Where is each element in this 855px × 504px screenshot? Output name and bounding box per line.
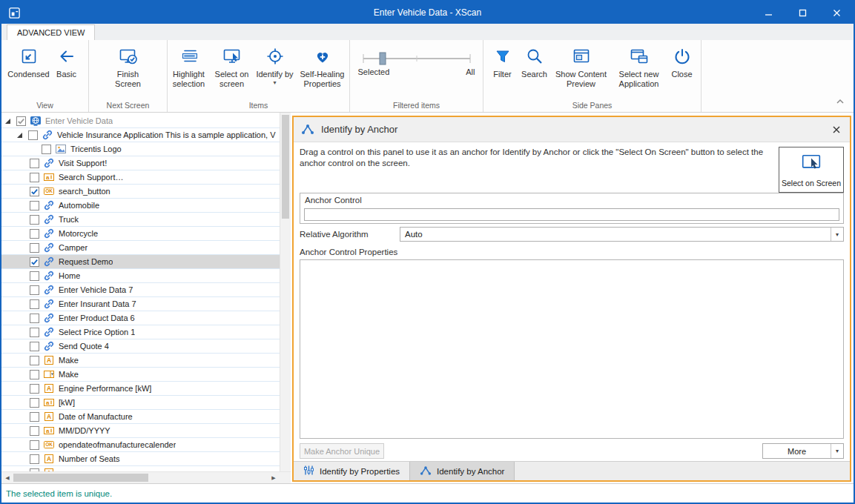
tree-row[interactable]: ADate of Manufacture	[1, 410, 280, 424]
status-bar: The selected item is unique.	[1, 483, 854, 503]
filtered-items-slider[interactable]: Selected All	[350, 40, 483, 76]
link-icon	[42, 129, 53, 141]
tree-row[interactable]: A	[1, 466, 280, 471]
tree-row[interactable]: Home	[1, 269, 280, 283]
self-healing-properties-button[interactable]: Self-Healing Properties	[296, 44, 349, 99]
tree-row[interactable]: AMake	[1, 354, 280, 368]
tree-item-checkbox[interactable]	[30, 243, 39, 253]
highlight-selection-button[interactable]: Highlight selection	[168, 44, 210, 99]
select-on-screen-ribbon-button[interactable]: Select on screen	[210, 44, 254, 99]
select-on-screen-button[interactable]: Select on Screen	[779, 147, 844, 193]
vertical-scroll-thumb[interactable]	[282, 115, 289, 219]
condensed-button[interactable]: Condensed	[7, 44, 50, 99]
search-button[interactable]: Search	[518, 44, 552, 99]
identify-by-button[interactable]: Identify by ▾	[254, 44, 296, 99]
tree-item-checkbox[interactable]	[30, 440, 39, 450]
basic-button[interactable]: Basic	[50, 44, 83, 99]
close-button[interactable]	[819, 1, 854, 24]
tree-item-checkbox[interactable]	[30, 426, 39, 436]
tree-row[interactable]: aMM/DD/YYYY	[1, 424, 280, 438]
link-icon	[43, 270, 55, 282]
tree-row[interactable]: Tricentis Logo	[1, 142, 280, 156]
chevron-down-icon[interactable]: ▾	[831, 228, 843, 241]
close-icon[interactable]	[833, 126, 840, 133]
minimize-button[interactable]	[751, 1, 785, 24]
tree-item-label: opendateofmanufacturecalender	[59, 440, 176, 449]
expander-icon[interactable]	[16, 132, 28, 139]
tree-item-label: Engine Performance [kW]	[59, 384, 151, 393]
tree-row[interactable]: ANumber of Seats	[1, 452, 280, 466]
tree-row[interactable]: OKopendateofmanufacturecalender	[1, 438, 280, 452]
tree-item-label: Date of Manufacture	[59, 412, 133, 421]
tree-item-checkbox[interactable]	[30, 187, 39, 196]
scroll-right-icon[interactable]: ▶	[268, 472, 280, 483]
chevron-down-icon[interactable]: ▾	[831, 444, 843, 458]
tree-item-checkbox[interactable]	[42, 145, 51, 154]
tree-item-checkbox[interactable]	[30, 314, 39, 323]
tree-item-checkbox[interactable]	[30, 201, 39, 210]
anchor-control-label: Anchor Control	[305, 196, 843, 205]
anchor-control-input[interactable]	[304, 208, 839, 221]
tree-item-checkbox[interactable]	[30, 285, 39, 295]
tab-identify-by-properties[interactable]: Identify by Properties	[294, 462, 409, 480]
show-content-preview-button[interactable]: Show Content Preview	[552, 44, 611, 99]
tree-item-checkbox[interactable]	[30, 356, 39, 365]
tree-item-checkbox[interactable]	[30, 299, 39, 309]
tree-item-checkbox[interactable]	[30, 412, 39, 422]
tree-row[interactable]: Enter Product Data 6	[1, 311, 280, 325]
tree-item-checkbox[interactable]	[30, 384, 39, 394]
tree-row[interactable]: aSearch Support…	[1, 170, 280, 185]
tree-item-checkbox[interactable]	[30, 257, 39, 267]
tree-item-checkbox[interactable]	[30, 271, 39, 281]
select-new-application-button[interactable]: Select new Application	[611, 44, 667, 99]
tree-row[interactable]: Camper	[1, 241, 280, 255]
tree-horizontal-scrollbar[interactable]: ◀ ▶	[1, 471, 291, 483]
tree-item-checkbox[interactable]	[30, 328, 39, 337]
tab-identify-by-anchor[interactable]: Identify by Anchor	[409, 462, 515, 480]
tree-row[interactable]: Motorcycle	[1, 227, 280, 241]
tree-item-checkbox[interactable]	[30, 454, 39, 464]
tree-row[interactable]: Visit Support!	[1, 156, 280, 170]
tree-item-checkbox[interactable]	[30, 159, 39, 168]
tree-row[interactable]: Enter Vehicle Data 7	[1, 283, 280, 297]
scroll-left-icon[interactable]: ◀	[1, 472, 13, 483]
more-button[interactable]: More ▾	[762, 443, 844, 459]
make-anchor-unique-button[interactable]: Make Anchor Unique	[300, 443, 384, 459]
tree-row[interactable]: Select Price Option 1	[1, 325, 280, 339]
tree-row[interactable]: Make	[1, 368, 280, 382]
tree-row[interactable]: Vehicle Insurance Application This is a …	[1, 128, 280, 142]
close-pane-button[interactable]: Close	[667, 44, 697, 99]
button-icon: OK	[43, 439, 55, 451]
expander-icon[interactable]	[4, 118, 16, 125]
tab-advanced-view[interactable]: ADVANCED VIEW	[7, 24, 95, 40]
tree-row[interactable]: Enter Insurant Data 7	[1, 297, 280, 311]
maximize-button[interactable]	[785, 1, 819, 24]
horizontal-scroll-thumb[interactable]	[13, 474, 148, 482]
tree-row[interactable]: a[kW]	[1, 396, 280, 410]
tree-row[interactable]: Request Demo	[1, 255, 280, 269]
tree-item-checkbox[interactable]	[16, 116, 26, 126]
label-icon: A	[43, 453, 55, 465]
label-icon: A	[43, 411, 55, 422]
tree-item-checkbox[interactable]	[28, 130, 38, 140]
finish-screen-button[interactable]: Finish Screen	[106, 44, 151, 99]
svg-text:a: a	[46, 174, 50, 181]
select-on-screen-icon	[222, 45, 242, 67]
tree-item-checkbox[interactable]	[30, 229, 39, 239]
ribbon-collapse-button[interactable]	[836, 94, 845, 107]
tree-row[interactable]: OKsearch_button	[1, 185, 280, 199]
relative-algorithm-select[interactable]: Auto ▾	[400, 227, 844, 242]
tree-item-checkbox[interactable]	[30, 342, 39, 351]
filter-button[interactable]: Filter	[488, 44, 518, 99]
ribbon: Condensed Basic View	[1, 40, 854, 113]
tree-row[interactable]: Enter Vehicle Data	[1, 114, 280, 128]
tree-item-checkbox[interactable]	[30, 173, 39, 182]
tree-item-checkbox[interactable]	[30, 215, 39, 225]
tree-row[interactable]: Automobile	[1, 199, 280, 213]
tree-item-checkbox[interactable]	[30, 398, 39, 408]
tree-item-checkbox[interactable]	[30, 370, 39, 379]
tree-row[interactable]: Send Quote 4	[1, 339, 280, 354]
tree-row[interactable]: AEngine Performance [kW]	[1, 382, 280, 396]
tree-row[interactable]: Truck	[1, 213, 280, 227]
tree-vertical-scrollbar[interactable]	[280, 113, 291, 471]
